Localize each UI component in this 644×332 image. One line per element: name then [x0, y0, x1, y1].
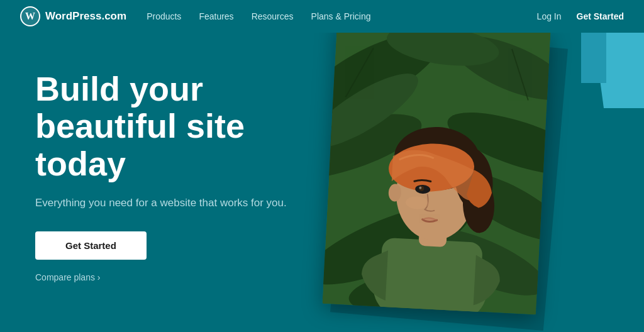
brand-name: WordPress.com — [45, 10, 126, 23]
login-link[interactable]: Log In — [537, 11, 562, 21]
compare-plans-link[interactable]: Compare plans › — [35, 272, 299, 282]
nav-link-plans[interactable]: Plans & Pricing — [311, 11, 371, 21]
hero-image — [322, 33, 550, 315]
hero-get-started-button[interactable]: Get Started — [35, 231, 147, 260]
hero-section: Build your beautiful site today Everythi… — [0, 33, 644, 332]
hero-subtitle: Everything you need for a website that w… — [35, 195, 299, 211]
nav-links: Products Features Resources Plans & Pric… — [147, 11, 536, 21]
svg-text:W: W — [25, 11, 35, 21]
svg-rect-17 — [379, 238, 483, 315]
nav-get-started-link[interactable]: Get Started — [577, 11, 624, 21]
nav-link-resources[interactable]: Resources — [252, 11, 294, 21]
nav-link-products[interactable]: Products — [147, 11, 181, 21]
hero-portrait — [322, 33, 550, 315]
navbar: W WordPress.com Products Features Resour… — [0, 0, 644, 33]
nav-actions: Log In Get Started — [537, 11, 624, 21]
hero-title: Build your beautiful site today — [35, 70, 299, 182]
hero-content: Build your beautiful site today Everythi… — [35, 70, 299, 282]
wordpress-icon: W — [20, 6, 40, 26]
nav-link-features[interactable]: Features — [199, 11, 233, 21]
brand-logo[interactable]: W WordPress.com — [20, 6, 126, 26]
accent-shape-2 — [581, 33, 606, 83]
